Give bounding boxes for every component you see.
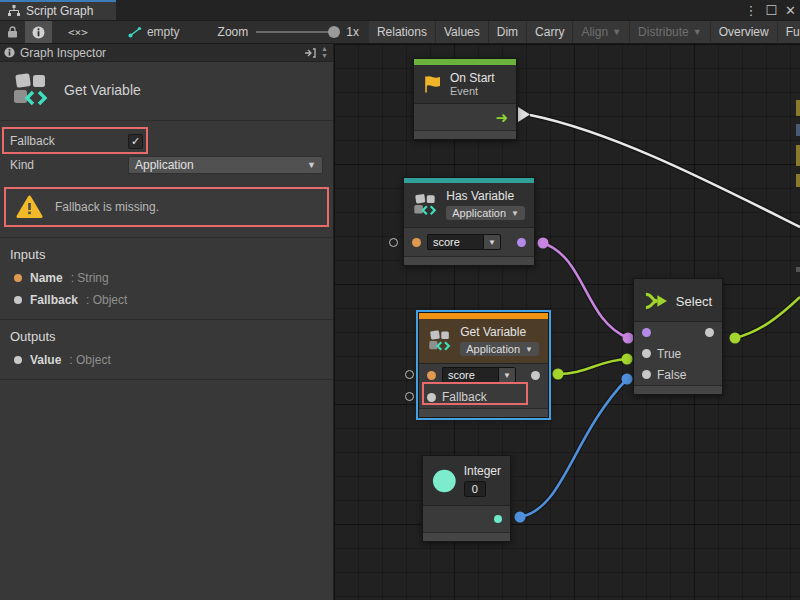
- bool-wire[interactable]: [543, 243, 628, 338]
- control-output-arrow-port[interactable]: [518, 107, 530, 122]
- offscreen-node-fragment: [796, 100, 800, 116]
- kind-option-label: Kind: [10, 158, 128, 172]
- input-port-row: Name : String: [0, 267, 333, 289]
- name-input-port[interactable]: [412, 238, 421, 247]
- code-view-button[interactable]: <×>: [52, 21, 104, 43]
- graph-inspector-header: Graph Inspector ▲▼: [0, 44, 333, 62]
- menu-kebab-icon[interactable]: ⋮: [744, 4, 757, 17]
- select-merge-icon: [644, 291, 669, 311]
- wire-endpoint[interactable]: [553, 369, 564, 380]
- graph-inspector-panel: Graph Inspector ▲▼ Get Variable: [0, 44, 334, 600]
- unconnected-port-marker[interactable]: [405, 370, 414, 379]
- wire-endpoint[interactable]: [730, 333, 741, 344]
- node-title: Integer: [464, 464, 501, 478]
- node-title: Select: [676, 294, 712, 309]
- node-has-variable[interactable]: Has Variable Application ▼ score ▼: [403, 177, 535, 266]
- script-graph-window: Script Graph ⋮ ☐ ✕ <×>: [0, 0, 800, 600]
- caret-down-icon: ▼: [612, 27, 621, 37]
- offscreen-node-fragment: [796, 267, 800, 272]
- inspector-toggle-button[interactable]: [25, 21, 52, 43]
- wire-endpoint[interactable]: [538, 238, 549, 249]
- zoom-control: Zoom 1x: [208, 21, 369, 43]
- integer-icon: [432, 468, 457, 494]
- fallback-input-port[interactable]: [427, 393, 436, 402]
- wire-shadow: [735, 297, 800, 338]
- node-select[interactable]: Select True False: [633, 278, 723, 395]
- zoom-slider-handle[interactable]: [328, 26, 340, 38]
- variable-name-field[interactable]: score ▼: [427, 234, 501, 250]
- fallback-option-label: Fallback: [10, 134, 128, 148]
- fallback-checkbox[interactable]: ✓: [128, 134, 143, 149]
- caret-down-icon[interactable]: ▼: [498, 367, 516, 383]
- warning-message-box: Fallback is missing.: [4, 187, 329, 227]
- wire-endpoint[interactable]: [622, 354, 633, 365]
- title-bar: Script Graph ⋮ ☐ ✕: [0, 0, 800, 20]
- caret-down-icon: ▼: [525, 345, 533, 354]
- node-footer: [423, 532, 510, 541]
- node-footer: [404, 256, 534, 265]
- variable-name-field[interactable]: score ▼: [442, 367, 516, 383]
- distribute-button: Distribute▼: [630, 21, 711, 43]
- unconnected-port-marker[interactable]: [389, 238, 398, 247]
- node-get-variable[interactable]: Get Variable Application ▼ score ▼: [418, 312, 549, 418]
- dim-button[interactable]: Dim: [489, 21, 527, 43]
- zoom-label: Zoom: [218, 25, 249, 39]
- name-input-port[interactable]: [427, 371, 436, 380]
- true-port-label: True: [657, 347, 681, 361]
- relations-button[interactable]: Relations: [369, 21, 436, 43]
- lock-button[interactable]: [0, 21, 25, 43]
- caret-down-icon: ▼: [511, 209, 519, 218]
- selection-output-port[interactable]: [705, 328, 714, 337]
- tab-script-graph[interactable]: Script Graph: [0, 0, 116, 20]
- full-screen-button[interactable]: Full Screen: [778, 21, 800, 43]
- false-input-port[interactable]: [642, 370, 651, 379]
- carry-button[interactable]: Carry: [527, 21, 573, 43]
- wire-shadow: [530, 115, 800, 227]
- zoom-value: 1x: [346, 25, 359, 39]
- control-wire[interactable]: [530, 115, 800, 227]
- graph-toolbar: <×> empty Zoom 1x Relations Values Dim C…: [0, 20, 800, 44]
- info-icon: [4, 47, 15, 58]
- object-port-dot: [14, 296, 22, 304]
- flag-icon: [423, 75, 443, 94]
- wire-endpoint[interactable]: [515, 512, 526, 523]
- condition-input-port[interactable]: [642, 328, 651, 337]
- integer-value-field[interactable]: 0: [464, 481, 486, 497]
- graph-inspector-title: Graph Inspector: [20, 46, 106, 60]
- graph-pointer-chip[interactable]: empty: [118, 21, 190, 43]
- offscreen-node-fragment: [796, 145, 800, 166]
- graph-canvas[interactable]: On Start Event ➜: [334, 44, 800, 600]
- get-variable-icon: [12, 72, 52, 108]
- node-integer[interactable]: Integer 0: [422, 455, 511, 542]
- unconnected-port-marker[interactable]: [405, 392, 414, 401]
- fallback-port-label: Fallback: [442, 390, 487, 404]
- values-button[interactable]: Values: [436, 21, 489, 43]
- dock-panel-icon[interactable]: [304, 48, 316, 58]
- fallback-option-row: Fallback ✓: [0, 129, 333, 153]
- zoom-slider[interactable]: [256, 31, 338, 33]
- align-button: Align▼: [573, 21, 630, 43]
- kind-chip-dropdown[interactable]: Application ▼: [460, 342, 539, 356]
- panel-scroll-arrows[interactable]: ▲▼: [321, 46, 329, 59]
- close-icon[interactable]: ✕: [785, 4, 796, 17]
- warning-icon: [16, 195, 43, 219]
- node-on-start[interactable]: On Start Event ➜: [413, 58, 517, 140]
- bool-output-port[interactable]: [517, 238, 526, 247]
- kind-dropdown[interactable]: Application ▼: [128, 156, 323, 174]
- caret-down-icon: ▼: [307, 160, 316, 170]
- true-input-port[interactable]: [642, 349, 651, 358]
- node-footer: [419, 408, 548, 417]
- unit-title-block: Get Variable: [0, 62, 333, 120]
- lock-icon: [7, 26, 18, 38]
- value-output-port[interactable]: [531, 371, 540, 380]
- integer-output-port[interactable]: [494, 515, 502, 523]
- overview-button[interactable]: Overview: [711, 21, 778, 43]
- wire-endpoint[interactable]: [623, 333, 634, 344]
- control-output-port[interactable]: ➜: [495, 110, 508, 125]
- divider: [0, 379, 333, 380]
- caret-down-icon[interactable]: ▼: [483, 234, 501, 250]
- edge-icon: [128, 26, 142, 38]
- kind-chip-dropdown[interactable]: Application ▼: [446, 206, 525, 220]
- wire-endpoint[interactable]: [622, 374, 633, 385]
- maximize-icon[interactable]: ☐: [765, 4, 777, 17]
